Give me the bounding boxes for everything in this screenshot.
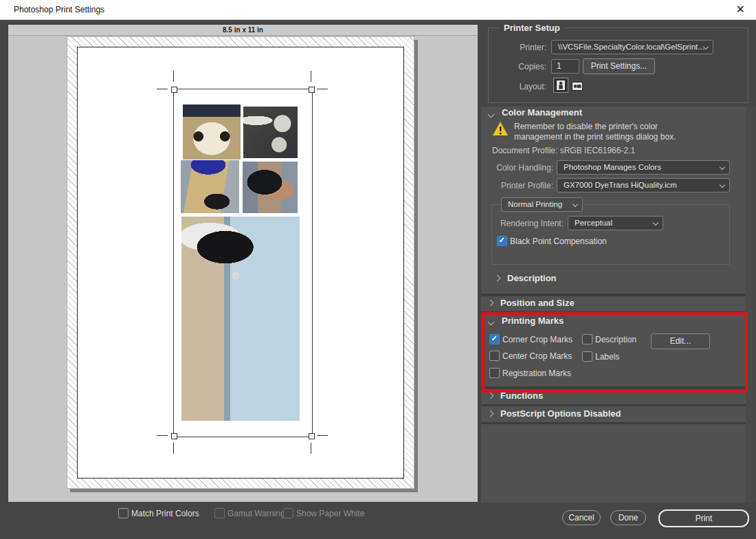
- handle-top-right[interactable]: [309, 87, 315, 93]
- registration-marks-checkbox[interactable]: [489, 368, 500, 378]
- gamut-warning-label: Gamut Warning: [227, 509, 285, 518]
- warning-text-line2: management in the print settings dialog …: [514, 132, 676, 142]
- done-button[interactable]: Done: [610, 510, 646, 525]
- printer-select[interactable]: \\VCSFile.SpecialtyColor.local\GelSprint…: [551, 40, 713, 54]
- rendering-intent-label: Rendering Intent:: [481, 219, 564, 228]
- printer-label: Printer:: [481, 43, 546, 52]
- gamut-warning-checkbox: [214, 508, 225, 518]
- description-checkbox-label: Description: [595, 335, 636, 344]
- crop-mark-top-left-v: [173, 71, 174, 82]
- show-paper-white-checkbox: [283, 508, 293, 518]
- dialog-title: Photoshop Print Settings: [14, 5, 104, 14]
- handle-top-left[interactable]: [171, 87, 177, 93]
- crop-mark-top-right-v: [311, 71, 311, 82]
- section-divider: [481, 311, 746, 314]
- corner-crop-marks-checkbox[interactable]: [489, 334, 500, 344]
- section-divider: [481, 386, 746, 389]
- printer-profile-select[interactable]: GX7000 DyeTrans HiQuality.icm: [557, 178, 730, 192]
- postscript-title[interactable]: PostScript Options Disabled: [500, 408, 621, 419]
- layout-portrait-button[interactable]: [554, 78, 568, 92]
- print-mode-select[interactable]: Normal Printing: [501, 197, 583, 212]
- copies-label: Copies:: [481, 62, 546, 72]
- color-management-title[interactable]: Color Management: [502, 107, 582, 118]
- match-print-colors-checkbox[interactable]: [118, 508, 129, 518]
- print-button[interactable]: Print: [658, 509, 749, 527]
- section-divider: [481, 422, 746, 424]
- section-divider: [481, 294, 746, 296]
- printing-marks-title[interactable]: Printing Marks: [502, 316, 564, 326]
- color-handling-label: Color Handling:: [481, 163, 553, 173]
- center-crop-marks-label: Center Crop Marks: [502, 351, 572, 361]
- title-bar: Photoshop Print Settings ✕: [0, 0, 756, 20]
- cancel-button[interactable]: Cancel: [562, 510, 601, 525]
- crop-mark-left-top-h: [157, 89, 168, 89]
- section-divider: [481, 404, 746, 406]
- description-checkbox[interactable]: [582, 334, 592, 344]
- print-mode-group: [491, 204, 730, 265]
- description-section-title[interactable]: Description: [507, 273, 557, 283]
- rendering-intent-select[interactable]: Perceptual: [568, 216, 663, 230]
- labels-checkbox[interactable]: [582, 351, 592, 362]
- close-icon[interactable]: ✕: [733, 3, 748, 16]
- functions-title[interactable]: Functions: [500, 390, 543, 401]
- printer-profile-label: Printer Profile:: [481, 181, 553, 190]
- corner-crop-marks-label: Corner Crop Marks: [502, 335, 572, 344]
- warning-text-line1: Remember to disable the printer's color: [514, 122, 658, 131]
- copies-input[interactable]: 1: [551, 59, 579, 74]
- crop-mark-bottom-right-v: [311, 443, 311, 454]
- center-crop-marks-checkbox[interactable]: [489, 351, 500, 361]
- registration-marks-label: Registration Marks: [502, 368, 571, 378]
- labels-checkbox-label: Labels: [595, 352, 619, 362]
- handle-bottom-left[interactable]: [171, 433, 177, 439]
- print-settings-button[interactable]: Print Settings...: [583, 58, 655, 74]
- black-point-compensation-label: Black Point Compensation: [510, 236, 607, 246]
- layout-landscape-button[interactable]: [571, 80, 583, 92]
- match-print-colors-label: Match Print Colors: [131, 509, 199, 518]
- scrollbar-track[interactable]: [746, 107, 755, 503]
- portrait-orientation-icon: [556, 80, 566, 91]
- position-size-title[interactable]: Position and Size: [500, 298, 575, 308]
- black-point-compensation-checkbox[interactable]: [497, 236, 507, 246]
- warning-icon: [492, 121, 509, 136]
- crop-mark-bottom-left-v: [173, 443, 174, 454]
- crop-mark-left-bottom-h: [157, 435, 168, 436]
- layout-label: Layout:: [481, 82, 546, 91]
- color-handling-select[interactable]: Photoshop Manages Colors: [557, 160, 730, 175]
- photoshop-print-settings-dialog: Photoshop Print Settings ✕ 8.5 in x 11 i…: [0, 0, 756, 539]
- crop-mark-right-top-h: [317, 89, 328, 89]
- handle-bottom-right[interactable]: [309, 433, 315, 439]
- printer-setup-title: Printer Setup: [500, 23, 564, 33]
- print-preview-area: 8.5 in x 11 in: [8, 25, 478, 502]
- print-bounding-box[interactable]: [173, 89, 313, 437]
- landscape-orientation-icon: [572, 82, 583, 91]
- paper-size-label: 8.5 in x 11 in: [8, 25, 478, 36]
- show-paper-white-label: Show Paper White: [296, 509, 364, 518]
- crop-mark-right-bottom-h: [317, 435, 328, 436]
- edit-button[interactable]: Edit...: [651, 333, 710, 349]
- document-profile-text: Document Profile: sRGB IEC61966-2.1: [492, 146, 635, 155]
